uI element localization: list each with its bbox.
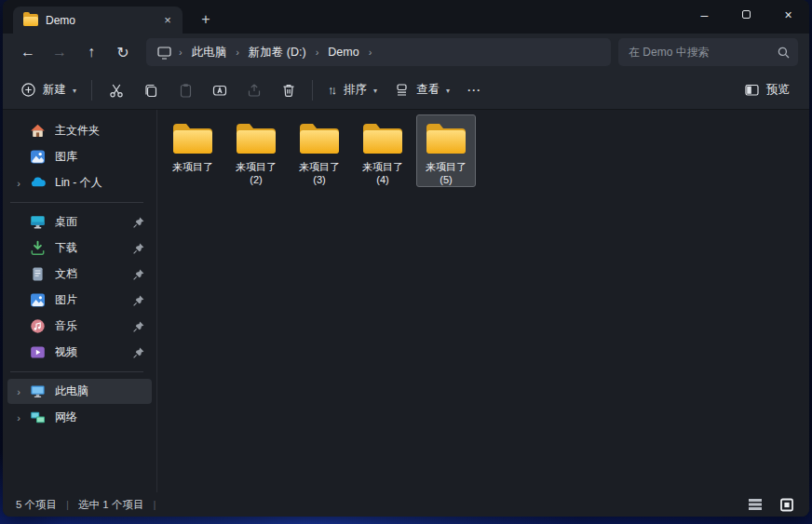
this-pc-icon <box>30 383 46 399</box>
chevron-right-icon[interactable]: › <box>235 47 240 58</box>
titlebar: Demo × + – × <box>3 0 809 34</box>
sort-arrows-icon: ↑↓ <box>328 83 334 97</box>
folder-item[interactable]: 来项目了 (2) <box>226 114 286 187</box>
sidebar-item-label: 视频 <box>55 344 132 360</box>
pin-icon <box>132 346 145 359</box>
downloads-icon <box>30 240 46 256</box>
chevron-right-icon[interactable]: › <box>7 386 30 397</box>
cut-button[interactable] <box>99 75 133 105</box>
sidebar-item-network[interactable]: › 网络 <box>7 405 152 430</box>
search-box[interactable] <box>618 38 798 66</box>
sort-button[interactable]: ↑↓ 排序 ▾ <box>319 75 386 105</box>
computer-icon[interactable] <box>150 40 178 64</box>
toolbar-divider <box>312 80 313 101</box>
sidebar-item-onedrive[interactable]: › Lin - 个人 <box>7 170 152 195</box>
sidebar-item-label: 此电脑 <box>55 383 145 399</box>
view-icon <box>394 82 410 98</box>
sidebar-item-label: 桌面 <box>55 214 132 230</box>
pin-icon <box>132 216 145 229</box>
home-icon <box>30 123 46 139</box>
folder-icon <box>424 120 468 157</box>
sidebar-item-label: 网络 <box>55 410 145 425</box>
sidebar-item-label: 文档 <box>55 266 132 282</box>
view-button[interactable]: 查看 ▾ <box>386 75 458 105</box>
chevron-right-icon[interactable]: › <box>368 47 373 58</box>
share-button[interactable] <box>237 75 271 105</box>
sidebar-item-documents[interactable]: 文档 <box>7 262 152 287</box>
folder-item-selected[interactable]: 来项目了 (5) <box>416 114 476 187</box>
tab-close-icon[interactable]: × <box>158 11 177 30</box>
sidebar-item-downloads[interactable]: 下载 <box>7 235 152 261</box>
forward-button[interactable]: → <box>44 38 75 66</box>
delete-button[interactable] <box>271 75 305 105</box>
maximize-icon <box>742 10 751 19</box>
search-icon[interactable] <box>777 46 791 60</box>
new-tab-button[interactable]: + <box>192 7 220 32</box>
window-controls: – × <box>683 0 809 29</box>
more-options-button[interactable]: ⋯ <box>458 75 489 105</box>
maximize-button[interactable] <box>725 0 767 29</box>
address-bar[interactable]: › 此电脑 › 新加卷 (D:) › Demo › <box>146 38 611 66</box>
sidebar-item-label: 主文件夹 <box>55 123 145 139</box>
search-input[interactable] <box>629 46 777 59</box>
breadcrumb-drive-d[interactable]: 新加卷 (D:) <box>240 40 315 64</box>
sidebar-item-label: 图库 <box>55 149 145 165</box>
pictures-icon <box>30 292 46 308</box>
folder-label: 来项目了 (4) <box>362 160 403 186</box>
sidebar-divider <box>10 371 143 372</box>
onedrive-icon <box>30 175 46 191</box>
chevron-down-icon: ▾ <box>446 87 450 95</box>
folder-icon <box>234 120 278 157</box>
paste-button[interactable] <box>168 75 202 105</box>
pin-icon <box>132 294 145 307</box>
breadcrumb-demo[interactable]: Demo <box>319 40 367 64</box>
navigation-bar: ← → ↑ ↻ › 此电脑 › 新加卷 (D:) › Demo › <box>3 34 809 71</box>
chevron-down-icon: ▾ <box>73 87 76 95</box>
folder-label: 来项目了 <box>172 160 213 173</box>
sidebar-item-videos[interactable]: 视频 <box>7 340 152 365</box>
close-button[interactable]: × <box>767 0 809 29</box>
folder-item[interactable]: 来项目了 <box>163 114 223 183</box>
sort-button-label: 排序 <box>344 82 367 98</box>
tab-title: Demo <box>46 14 158 27</box>
plus-circle-icon <box>20 82 36 98</box>
folder-icon <box>297 120 342 157</box>
folder-icon <box>360 120 405 157</box>
chevron-right-icon[interactable]: › <box>7 412 30 423</box>
chevron-right-icon[interactable]: › <box>7 178 30 189</box>
breadcrumb-this-pc[interactable]: 此电脑 <box>183 40 236 64</box>
details-view-icon[interactable] <box>744 495 766 514</box>
files-view[interactable]: 来项目了 来项目了 (2) <box>157 110 809 492</box>
folder-item[interactable]: 来项目了 (3) <box>290 114 349 187</box>
back-button[interactable]: ← <box>12 38 44 66</box>
up-button[interactable]: ↑ <box>75 38 107 66</box>
folder-item[interactable]: 来项目了 (4) <box>353 114 413 187</box>
selected-count: 选中 1 个项目 <box>78 498 143 512</box>
large-icons-view-icon[interactable] <box>776 495 798 514</box>
preview-toggle-button[interactable]: 预览 <box>736 75 798 105</box>
music-icon <box>30 318 46 334</box>
tab-demo[interactable]: Demo × <box>13 7 183 34</box>
navigation-pane: 主文件夹 图库 › <box>3 110 157 492</box>
desktop-icon <box>30 214 46 230</box>
sidebar-item-gallery[interactable]: 图库 <box>7 144 152 169</box>
sidebar-item-music[interactable]: 音乐 <box>7 314 152 339</box>
sidebar-item-desktop[interactable]: 桌面 <box>7 209 152 235</box>
sidebar-item-this-pc[interactable]: › 此电脑 <box>7 379 152 404</box>
network-icon <box>30 410 46 425</box>
folder-icon <box>170 120 215 157</box>
sidebar-item-pictures[interactable]: 图片 <box>7 288 152 313</box>
rename-button[interactable] <box>202 75 237 105</box>
new-button[interactable]: 新建 ▾ <box>12 75 85 105</box>
sidebar-divider <box>10 202 143 203</box>
pin-icon <box>132 320 145 333</box>
sidebar-item-home[interactable]: 主文件夹 <box>7 118 152 143</box>
toolbar-divider <box>91 80 92 101</box>
copy-button[interactable] <box>133 75 168 105</box>
new-button-label: 新建 <box>43 82 66 98</box>
pin-icon <box>132 268 145 281</box>
minimize-button[interactable]: – <box>683 0 725 29</box>
documents-icon <box>30 266 46 282</box>
explorer-window: Demo × + – × ← → ↑ ↻ › 此电脑 › 新加卷 (D:) › … <box>3 0 809 517</box>
refresh-button[interactable]: ↻ <box>107 38 139 66</box>
